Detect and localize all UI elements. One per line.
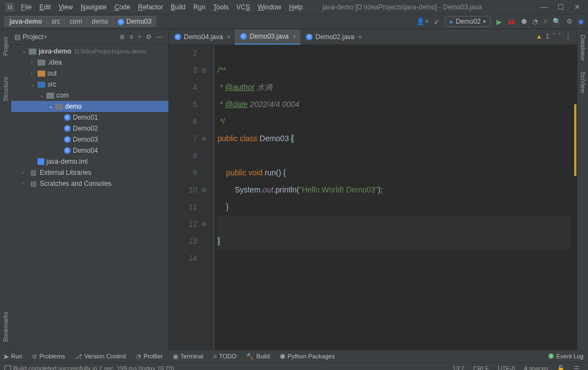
sidebar-bookmarks-tab[interactable]: Bookmarks bbox=[2, 309, 9, 344]
indent-setting[interactable]: 4 spaces bbox=[520, 365, 553, 370]
tree-file-demo02[interactable]: CDemo02 bbox=[11, 123, 168, 134]
sidebar-structure-tab[interactable]: Structure bbox=[2, 74, 9, 104]
menu-view[interactable]: View bbox=[55, 2, 76, 12]
tab-demo04[interactable]: CDemo04.java× bbox=[169, 29, 235, 45]
prev-highlight-icon[interactable]: ˆ bbox=[553, 33, 555, 40]
fold-handle-icon[interactable]: ⊟ bbox=[202, 181, 206, 199]
file-encoding[interactable]: UTF-8 bbox=[494, 365, 520, 370]
stop-button: ■ bbox=[543, 18, 547, 25]
python-icon: ⬢ bbox=[280, 353, 285, 360]
tree-file-demo03[interactable]: CDemo03 bbox=[11, 134, 168, 145]
menu-code[interactable]: Code bbox=[111, 2, 134, 12]
line-gutter[interactable]: 2 3 4 5 6 7 8 9 10 11 12 13 14 ⊟ ⊖ ⊟ ⊖ bbox=[169, 45, 209, 350]
sidebar-sciview-tab[interactable]: SciView bbox=[579, 69, 587, 95]
search-everywhere-icon[interactable]: 🔍 bbox=[553, 18, 561, 25]
notification-dot-icon: 2 bbox=[548, 353, 554, 359]
tree-external-libs[interactable]: External Libraries bbox=[11, 167, 168, 178]
project-view-dropdown[interactable]: ▾ bbox=[44, 34, 47, 40]
expand-all-icon[interactable]: ≡ bbox=[129, 33, 133, 41]
toolwindow-quick-access-icon[interactable] bbox=[4, 366, 11, 370]
class-icon: C bbox=[64, 125, 71, 132]
tool-build[interactable]: 🔨Build bbox=[246, 353, 269, 360]
tool-run[interactable]: ▶Run bbox=[4, 353, 22, 360]
tab-demo02[interactable]: CDemo02.java× bbox=[300, 29, 366, 45]
menu-navigate[interactable]: Navigate bbox=[77, 2, 110, 12]
tree-idea[interactable]: .idea bbox=[11, 57, 168, 68]
tree-src[interactable]: src bbox=[11, 79, 168, 90]
window-title: java-demo [D:\IdeaProjects\java-demo] - … bbox=[306, 3, 541, 11]
select-opened-file-icon[interactable]: ⊕ bbox=[119, 33, 125, 41]
tool-todo[interactable]: ≡TODO bbox=[213, 353, 236, 360]
close-tab-icon[interactable]: × bbox=[293, 33, 296, 40]
ide-status-icon[interactable]: ☰ bbox=[569, 365, 584, 371]
breadcrumb-src[interactable]: src bbox=[46, 16, 65, 27]
tab-demo03[interactable]: CDemo03.java× bbox=[235, 29, 300, 45]
close-tab-icon[interactable]: × bbox=[358, 34, 362, 40]
sidebar-project-tab[interactable]: Project bbox=[2, 35, 9, 58]
ide-update-icon[interactable]: ◉ bbox=[578, 18, 584, 25]
tool-vcs[interactable]: ⎇Version Control bbox=[75, 353, 126, 360]
tree-scratches[interactable]: Scratches and Consoles bbox=[11, 178, 168, 189]
chevron-down-icon: ▾ bbox=[483, 19, 486, 24]
next-highlight-icon[interactable]: ˇ bbox=[558, 33, 560, 40]
menu-refactor[interactable]: Refactor bbox=[135, 2, 166, 12]
editor-inspections[interactable]: ▲ 1 ˆ ˇ bbox=[536, 33, 560, 40]
tabs-more-icon[interactable]: ⋮ bbox=[559, 33, 577, 41]
coverage-button[interactable]: ⬢ bbox=[521, 18, 527, 25]
tool-profiler[interactable]: ◔Profiler bbox=[136, 353, 163, 360]
back-arrow-icon[interactable]: ↙ bbox=[434, 18, 439, 25]
tool-eventlog[interactable]: 2Event Log bbox=[548, 353, 584, 360]
code-content[interactable]: /** * @author 水滴 * @date 2022/4/4 0004 *… bbox=[214, 45, 577, 350]
tree-file-demo04[interactable]: CDemo04 bbox=[11, 145, 168, 156]
hide-panel-icon[interactable]: — bbox=[156, 33, 163, 41]
line-separator[interactable]: CRLF bbox=[469, 365, 494, 370]
debug-button[interactable]: 🐞 bbox=[507, 18, 516, 25]
breadcrumb: java-demo src com demo CDemo03 bbox=[4, 16, 156, 27]
status-message: Build completed successfully in 2 sec, 1… bbox=[13, 365, 448, 370]
menu-tools[interactable]: Tools bbox=[210, 2, 232, 12]
close-button[interactable]: ✕ bbox=[574, 3, 580, 11]
tool-terminal[interactable]: ▣Terminal bbox=[173, 353, 204, 360]
breadcrumb-demo[interactable]: demo bbox=[87, 16, 113, 27]
gutter-separator bbox=[209, 45, 214, 350]
minimize-button[interactable]: — bbox=[541, 3, 548, 11]
tool-python[interactable]: ⬢Python Packages bbox=[280, 353, 335, 360]
fold-handle-icon[interactable]: ⊖ bbox=[202, 216, 206, 233]
menu-run[interactable]: Run bbox=[190, 2, 209, 12]
profile-button[interactable]: ◔ bbox=[532, 18, 538, 25]
run-config-selector[interactable]: ▸ Demo02 ▾ bbox=[445, 16, 490, 27]
tree-root[interactable]: java-demoD:\IdeaProjects\java-demo bbox=[11, 46, 168, 57]
tree-demo[interactable]: demo bbox=[11, 101, 168, 112]
menu-help[interactable]: Help bbox=[285, 2, 306, 12]
maximize-button[interactable]: ☐ bbox=[558, 3, 564, 11]
tool-problems[interactable]: ⊘Problems bbox=[32, 353, 65, 360]
readonly-lock-icon[interactable]: 🔓 bbox=[553, 365, 569, 371]
menu-vcs[interactable]: VCS bbox=[233, 2, 253, 12]
fold-handle-icon[interactable]: ⊟ bbox=[202, 62, 206, 79]
menu-window[interactable]: Window bbox=[255, 2, 285, 12]
add-user-icon[interactable]: 👤+ bbox=[416, 18, 428, 25]
code-editor[interactable]: 2 3 4 5 6 7 8 9 10 11 12 13 14 ⊟ ⊖ ⊟ ⊖ bbox=[169, 45, 577, 350]
tree-file-demo01[interactable]: CDemo01 bbox=[11, 112, 168, 123]
breadcrumb-class[interactable]: CDemo03 bbox=[113, 16, 156, 27]
breadcrumb-com[interactable]: com bbox=[65, 16, 87, 27]
collapse-all-icon[interactable]: ÷ bbox=[137, 33, 141, 41]
project-settings-icon[interactable]: ⚙ bbox=[146, 33, 152, 41]
settings-icon[interactable]: ⚙ bbox=[566, 18, 573, 25]
tree-iml[interactable]: java-demo.iml bbox=[11, 156, 168, 167]
menu-build[interactable]: Build bbox=[167, 2, 189, 12]
menu-file[interactable]: File bbox=[18, 2, 35, 12]
sidebar-database-tab[interactable]: Database bbox=[579, 33, 587, 63]
breadcrumb-project[interactable]: java-demo bbox=[4, 16, 47, 27]
project-tree[interactable]: java-demoD:\IdeaProjects\java-demo .idea… bbox=[11, 45, 168, 350]
close-tab-icon[interactable]: × bbox=[227, 34, 230, 40]
caret-position[interactable]: 13:2 bbox=[448, 365, 469, 370]
terminal-icon: ▣ bbox=[173, 353, 178, 360]
fold-handle-icon[interactable]: ⊖ bbox=[202, 130, 206, 147]
run-button[interactable]: ▶ bbox=[496, 18, 502, 26]
tree-com[interactable]: com bbox=[11, 90, 168, 101]
warning-marker[interactable] bbox=[574, 104, 576, 176]
error-stripe[interactable] bbox=[570, 60, 577, 350]
menu-edit[interactable]: Edit bbox=[36, 2, 54, 12]
tree-out[interactable]: out bbox=[11, 68, 168, 79]
